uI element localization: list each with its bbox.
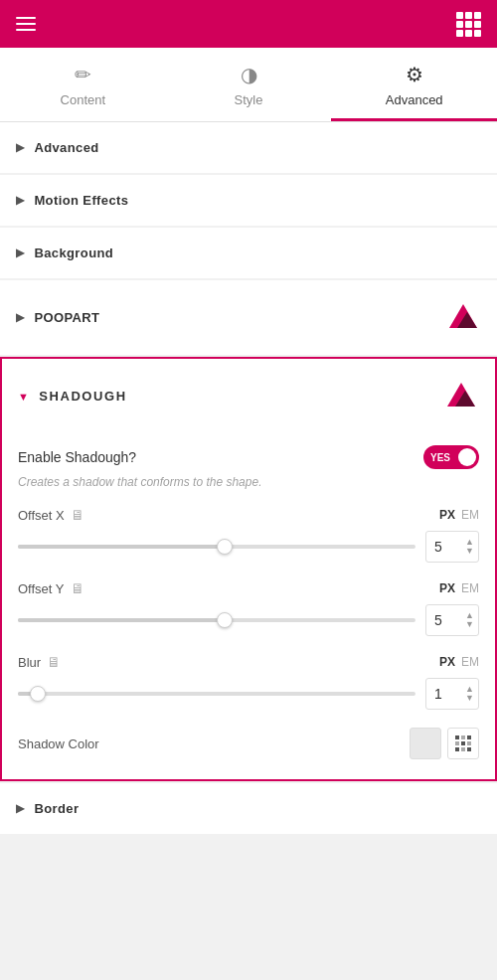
offset-x-thumb[interactable] bbox=[217, 539, 233, 555]
arrow-icon: ▶ bbox=[16, 246, 24, 259]
enable-label: Enable Shadough? bbox=[18, 449, 136, 465]
offset-x-input[interactable]: 5 ▲ ▼ bbox=[425, 531, 479, 563]
section-shadough-header[interactable]: ▼ SHADOUGH bbox=[2, 359, 495, 433]
section-advanced-label: Advanced bbox=[34, 140, 98, 155]
blur-slider-row: 1 ▲ ▼ bbox=[18, 678, 479, 710]
em-unit[interactable]: EM bbox=[461, 508, 479, 522]
px-unit[interactable]: PX bbox=[439, 655, 455, 669]
svg-rect-5 bbox=[461, 735, 465, 739]
section-poopart-label: POOPART bbox=[34, 310, 99, 325]
arrow-icon: ▶ bbox=[16, 802, 24, 815]
section-background: ▶ Background bbox=[0, 228, 497, 278]
monitor-icon: 🖥 bbox=[71, 507, 84, 523]
offset-x-row: Offset X 🖥 PX EM 5 ▲ ▼ bbox=[18, 507, 479, 563]
offset-x-spinners[interactable]: ▲ ▼ bbox=[465, 538, 474, 556]
em-unit[interactable]: EM bbox=[461, 581, 479, 595]
offset-x-down[interactable]: ▼ bbox=[465, 547, 474, 556]
blur-input[interactable]: 1 ▲ ▼ bbox=[425, 678, 479, 710]
blur-spinners[interactable]: ▲ ▼ bbox=[465, 685, 474, 703]
section-motion-effects-label: Motion Effects bbox=[34, 193, 128, 208]
section-background-header[interactable]: ▶ Background bbox=[0, 228, 497, 278]
svg-rect-12 bbox=[467, 747, 471, 751]
offset-y-value: 5 bbox=[434, 612, 442, 628]
svg-rect-10 bbox=[455, 747, 459, 751]
toggle-yes-label: YES bbox=[430, 452, 450, 463]
em-unit[interactable]: EM bbox=[461, 655, 479, 669]
blur-down[interactable]: ▼ bbox=[465, 694, 474, 703]
tab-content[interactable]: ✏ Content bbox=[0, 48, 166, 121]
offset-y-fill bbox=[18, 618, 225, 622]
offset-x-label-row: Offset X 🖥 PX EM bbox=[18, 507, 479, 523]
enable-row: Enable Shadough? YES bbox=[18, 445, 479, 469]
shadow-color-controls bbox=[410, 728, 479, 759]
tab-bar: ✏ Content ◑ Style ⚙ Advanced bbox=[0, 48, 497, 122]
section-background-label: Background bbox=[34, 245, 113, 260]
offset-y-input[interactable]: 5 ▲ ▼ bbox=[425, 604, 479, 636]
blur-label: Blur 🖥 bbox=[18, 654, 61, 670]
section-advanced: ▶ Advanced bbox=[0, 122, 497, 173]
blur-thumb[interactable] bbox=[30, 686, 46, 702]
tab-advanced[interactable]: ⚙ Advanced bbox=[331, 48, 497, 121]
toggle-circle bbox=[458, 448, 476, 466]
shadow-color-label: Shadow Color bbox=[18, 736, 99, 751]
app-header bbox=[0, 0, 497, 48]
section-advanced-header[interactable]: ▶ Advanced bbox=[0, 122, 497, 173]
arrow-icon: ▶ bbox=[16, 141, 24, 154]
style-icon: ◑ bbox=[241, 63, 257, 86]
shadough-content: Enable Shadough? YES Creates a shadow th… bbox=[2, 433, 495, 779]
section-motion-effects-header[interactable]: ▶ Motion Effects bbox=[0, 175, 497, 226]
advanced-icon: ⚙ bbox=[406, 63, 423, 86]
px-unit[interactable]: PX bbox=[439, 508, 455, 522]
blur-row: Blur 🖥 PX EM 1 ▲ ▼ bbox=[18, 654, 479, 710]
offset-y-spinners[interactable]: ▲ ▼ bbox=[465, 611, 474, 629]
section-border: ▶ Border bbox=[0, 783, 497, 834]
tab-style-label: Style bbox=[235, 92, 263, 107]
shadow-color-row: Shadow Color bbox=[18, 728, 479, 759]
section-shadough-label: SHADOUGH bbox=[39, 389, 126, 404]
section-motion-effects: ▶ Motion Effects bbox=[0, 175, 497, 226]
px-unit[interactable]: PX bbox=[439, 581, 455, 595]
tab-content-label: Content bbox=[61, 92, 106, 107]
arrow-icon: ▶ bbox=[16, 311, 24, 324]
offset-y-row: Offset Y 🖥 PX EM 5 ▲ ▼ bbox=[18, 580, 479, 636]
offset-y-units: PX EM bbox=[439, 581, 479, 595]
blur-units: PX EM bbox=[439, 655, 479, 669]
svg-rect-7 bbox=[455, 741, 459, 745]
svg-rect-11 bbox=[461, 747, 465, 751]
svg-rect-4 bbox=[455, 735, 459, 739]
color-swatch[interactable] bbox=[410, 728, 441, 759]
blur-value: 1 bbox=[434, 686, 442, 702]
content-icon: ✏ bbox=[75, 63, 91, 86]
tab-style[interactable]: ◑ Style bbox=[166, 48, 332, 121]
tab-advanced-label: Advanced bbox=[386, 92, 443, 107]
section-border-header[interactable]: ▶ Border bbox=[0, 783, 497, 834]
enable-description: Creates a shadow that conforms to the sh… bbox=[18, 475, 479, 489]
offset-x-track[interactable] bbox=[18, 545, 415, 549]
arrow-icon: ▶ bbox=[16, 194, 24, 207]
offset-x-value: 5 bbox=[434, 539, 442, 555]
apps-icon[interactable] bbox=[456, 12, 481, 37]
offset-x-fill bbox=[18, 545, 225, 549]
offset-y-slider-row: 5 ▲ ▼ bbox=[18, 604, 479, 636]
enable-toggle[interactable]: YES bbox=[423, 445, 479, 469]
offset-x-units: PX EM bbox=[439, 508, 479, 522]
svg-rect-6 bbox=[467, 735, 471, 739]
offset-y-track[interactable] bbox=[18, 618, 415, 622]
offset-y-down[interactable]: ▼ bbox=[465, 620, 474, 629]
section-border-label: Border bbox=[34, 801, 79, 816]
monitor-icon: 🖥 bbox=[71, 580, 84, 596]
offset-y-label: Offset Y 🖥 bbox=[18, 580, 84, 596]
section-poopart-header[interactable]: ▶ POOPART bbox=[0, 280, 497, 355]
monitor-icon: 🖥 bbox=[47, 654, 61, 670]
offset-x-slider-row: 5 ▲ ▼ bbox=[18, 531, 479, 563]
menu-icon[interactable] bbox=[16, 17, 36, 31]
section-shadough: ▼ SHADOUGH Enable Shadough? YES Creates … bbox=[0, 357, 497, 781]
color-picker-button[interactable] bbox=[447, 728, 479, 759]
section-poopart: ▶ POOPART bbox=[0, 280, 497, 355]
blur-track[interactable] bbox=[18, 692, 415, 696]
offset-y-label-row: Offset Y 🖥 PX EM bbox=[18, 580, 479, 596]
svg-rect-8 bbox=[461, 741, 465, 745]
poopart-logo bbox=[445, 298, 481, 337]
arrow-down-icon: ▼ bbox=[18, 391, 29, 403]
offset-y-thumb[interactable] bbox=[217, 612, 233, 628]
